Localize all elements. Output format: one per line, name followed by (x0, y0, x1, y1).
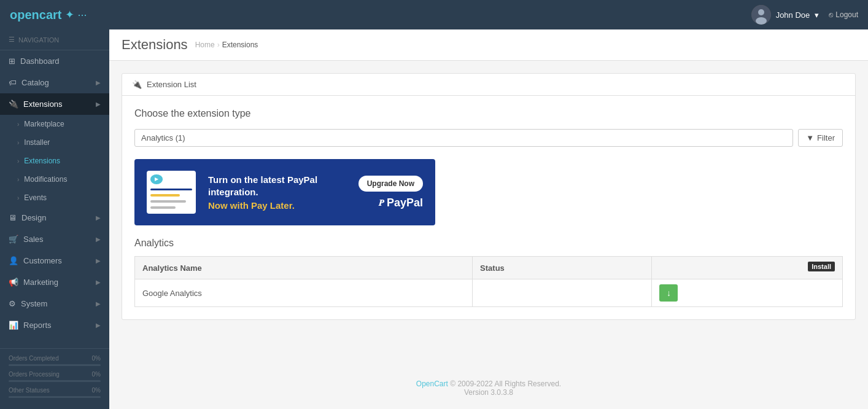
bullet-icon: › (17, 121, 19, 128)
sub-label: Extensions (24, 157, 60, 165)
sidebar-sub-extensions[interactable]: › Extensions (0, 152, 109, 170)
breadcrumb: Home › Extensions (195, 41, 258, 49)
paypal-logo: 𝑷 PayPal (379, 197, 423, 209)
stat-orders-processing: Orders Processing 0% (9, 371, 101, 378)
stat-label: Other Statuses (9, 387, 50, 394)
paypal-right: Upgrade Now 𝑷 PayPal (358, 176, 423, 209)
sub-label: Marketplace (24, 120, 64, 128)
logout-icon: ⎋ (829, 10, 833, 19)
sidebar-stats: Orders Completed 0% Orders Processing 0%… (0, 348, 109, 409)
marketing-icon: 📢 (9, 278, 18, 287)
table-row: Google Analytics ↓ (135, 279, 843, 307)
bullet-icon: › (17, 176, 19, 183)
stat-other-statuses: Other Statuses 0% (9, 387, 101, 394)
logo-text: opencart (10, 8, 61, 22)
install-button[interactable]: ↓ (659, 284, 678, 302)
panel-body: Choose the extension type Analytics (1) … (122, 96, 855, 319)
analytics-action-cell: ↓ (652, 279, 843, 307)
header-right: John Doe ▾ ⎋ Logout (751, 5, 858, 25)
bullet-icon: › (17, 158, 19, 165)
sub-label: Events (24, 193, 47, 202)
filter-button[interactable]: ▼ Filter (798, 129, 843, 147)
sidebar: ☰ NAVIGATION ⊞ Dashboard 🏷 Catalog ▶ 🔌 E… (0, 29, 109, 409)
extension-type-select[interactable]: Analytics (1) (134, 129, 793, 147)
choose-extension-title: Choose the extension type (134, 108, 843, 119)
sidebar-item-label: Extensions (23, 99, 63, 109)
sidebar-item-catalog[interactable]: 🏷 Catalog ▶ (0, 72, 109, 93)
sub-label: Installer (24, 138, 50, 147)
footer-brand-link[interactable]: OpenCart (416, 380, 448, 388)
design-icon: 🖥 (9, 213, 17, 222)
sidebar-sub-modifications[interactable]: › Modifications (0, 170, 109, 189)
user-dropdown-icon: ▾ (815, 10, 819, 20)
paypal-brand: PayPal (387, 197, 423, 209)
sidebar-item-extensions[interactable]: 🔌 Extensions ▶ (0, 93, 109, 115)
sidebar-sub-installer[interactable]: › Installer (0, 133, 109, 152)
panel-header-icon: 🔌 (132, 80, 142, 89)
sidebar-item-design[interactable]: 🖥 Design ▶ (0, 207, 109, 228)
chevron-right-icon: ▶ (96, 257, 101, 264)
stat-value: 0% (92, 355, 101, 362)
logout-button[interactable]: ⎋ Logout (829, 10, 858, 19)
stat-value: 0% (92, 387, 101, 394)
sub-label: Modifications (24, 175, 67, 184)
sidebar-sub-events[interactable]: › Events (0, 189, 109, 207)
content-area: Extensions Home › Extensions 🔌 Extension… (109, 29, 868, 409)
stat-label: Orders Processing (9, 371, 60, 378)
upgrade-now-button[interactable]: Upgrade Now (358, 176, 423, 192)
chevron-right-icon: ▶ (96, 101, 101, 107)
paypal-banner[interactable]: ▶ Turn on the latest PayPal integration.… (134, 159, 435, 225)
sidebar-item-label: Catalog (21, 78, 49, 87)
sales-icon: 🛒 (9, 235, 18, 244)
sidebar-item-sales[interactable]: 🛒 Sales ▶ (0, 228, 109, 250)
panel-header: 🔌 Extension List (122, 74, 855, 96)
chevron-right-icon: ▶ (96, 279, 101, 286)
sidebar-item-label: Sales (23, 235, 44, 244)
top-header: opencart ✦ ··· John Doe ▾ ⎋ Logout (0, 0, 868, 29)
svg-point-1 (758, 9, 764, 15)
user-name: John Doe (776, 10, 810, 20)
bullet-icon: › (17, 139, 19, 146)
sidebar-item-label: Customers (23, 256, 62, 265)
extension-list-panel: 🔌 Extension List Choose the extension ty… (122, 73, 856, 320)
customers-icon: 👤 (9, 256, 18, 265)
filter-icon: ▼ (806, 133, 814, 142)
footer-copyright: OpenCart © 2009-2022 All Rights Reserved… (122, 380, 856, 388)
sidebar-sub-marketplace[interactable]: › Marketplace (0, 115, 109, 133)
play-icon: ▶ (150, 174, 163, 184)
filter-row: Analytics (1) ▼ Filter (134, 129, 843, 147)
filter-label: Filter (817, 133, 835, 142)
logo: opencart ✦ ··· (10, 8, 87, 22)
breadcrumb-current: Extensions (222, 41, 258, 49)
sidebar-item-marketing[interactable]: 📢 Marketing ▶ (0, 271, 109, 293)
sidebar-item-customers[interactable]: 👤 Customers ▶ (0, 250, 109, 271)
extensions-icon: 🔌 (9, 99, 18, 109)
content-body: 🔌 Extension List Choose the extension ty… (109, 61, 868, 367)
logo-icon: ✦ ··· (65, 8, 87, 21)
nav-header: ☰ NAVIGATION (0, 29, 109, 50)
sidebar-item-dashboard[interactable]: ⊞ Dashboard (0, 50, 109, 72)
paypal-text: Turn on the latest PayPal integration. N… (208, 174, 346, 211)
sidebar-item-label: Marketing (23, 278, 58, 287)
dashboard-icon: ⊞ (9, 56, 15, 66)
bullet-icon: › (17, 195, 19, 201)
sidebar-item-system[interactable]: ⚙ System ▶ (0, 293, 109, 314)
footer-copyright-text: © 2009-2022 All Rights Reserved. (450, 380, 561, 388)
paypal-mockup: ▶ (147, 171, 196, 214)
svg-point-2 (756, 17, 767, 25)
col-analytics-name: Analytics Name (135, 257, 473, 279)
paypal-subline: Now with Pay Later. (208, 200, 346, 211)
breadcrumb-home[interactable]: Home (195, 41, 215, 49)
logout-label: Logout (835, 10, 858, 19)
catalog-icon: 🏷 (9, 78, 17, 87)
footer: OpenCart © 2009-2022 All Rights Reserved… (109, 367, 868, 409)
install-tooltip: Install (808, 262, 835, 271)
sidebar-item-reports[interactable]: 📊 Reports ▶ (0, 314, 109, 336)
chevron-right-icon: ▶ (96, 322, 101, 329)
panel-header-label: Extension List (147, 80, 196, 89)
nav-header-label: NAVIGATION (18, 36, 59, 44)
analytics-status-cell (473, 279, 652, 307)
stat-value: 0% (92, 371, 101, 378)
sidebar-item-label: Reports (23, 321, 52, 330)
user-menu[interactable]: John Doe ▾ (751, 5, 820, 25)
